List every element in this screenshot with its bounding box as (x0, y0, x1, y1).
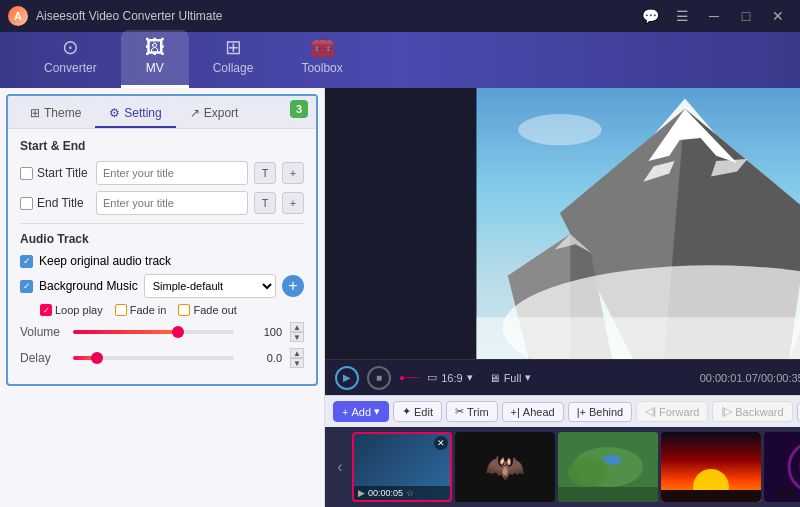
end-title-label[interactable]: End Title (20, 196, 90, 210)
toolbox-icon: 🧰 (310, 35, 335, 59)
main-area: ⊞ Theme ⚙ Setting ↗ Export 3 Start & End (0, 88, 800, 507)
backward-button[interactable]: |▷ Backward (712, 401, 792, 422)
volume-spinner[interactable]: ▲ ▼ (290, 322, 304, 342)
ahead-button[interactable]: +| Ahead (502, 402, 564, 422)
delay-down[interactable]: ▼ (290, 358, 304, 368)
add-icon: + (342, 406, 348, 418)
film-thumb-3[interactable] (558, 432, 658, 502)
maximize-btn[interactable]: □ (732, 6, 760, 26)
screen-mode-selector[interactable]: 🖥 Full ▾ (489, 371, 532, 384)
loop-play-checkbox[interactable] (40, 304, 52, 316)
audio-section: Audio Track Keep original audio track Ba… (20, 232, 304, 368)
forward-icon: ◁| (645, 405, 656, 418)
volume-down[interactable]: ▼ (290, 332, 304, 342)
end-title-input[interactable] (96, 191, 248, 215)
film-time-1: 00:00:05 (368, 488, 403, 498)
end-title-row: End Title T + (20, 191, 304, 215)
close-btn[interactable]: ✕ (764, 6, 792, 26)
behind-button[interactable]: |+ Behind (568, 402, 633, 422)
bg-music-add-btn[interactable]: + (282, 275, 304, 297)
tab-toolbox[interactable]: 🧰 Toolbox (277, 29, 366, 88)
edit-icon: ✦ (402, 405, 411, 418)
add-button[interactable]: + Add ▾ (333, 401, 389, 422)
app-title: Aiseesoft Video Converter Ultimate (36, 9, 636, 23)
svg-rect-21 (558, 487, 658, 502)
volume-thumb[interactable] (172, 326, 184, 338)
filmstrip-prev[interactable]: ‹ (331, 431, 349, 503)
mv-label: MV (146, 61, 164, 75)
fade-out-checkbox[interactable] (178, 304, 190, 316)
audio-track-title: Audio Track (20, 232, 304, 246)
nav-bar: ⊙ Converter 🖼 MV ⊞ Collage 🧰 Toolbox (0, 32, 800, 88)
start-title-add-btn[interactable]: + (282, 162, 304, 184)
end-title-font-btn[interactable]: T (254, 192, 276, 214)
converter-icon: ⊙ (62, 35, 79, 59)
film-close-1[interactable]: ✕ (434, 436, 448, 450)
preview-image (325, 88, 800, 359)
aspect-ratio-selector[interactable]: ▭ 16:9 ▾ (427, 371, 472, 384)
fade-in-label[interactable]: Fade in (115, 304, 167, 316)
aspect-value: 16:9 (441, 372, 462, 384)
start-title-input[interactable] (96, 161, 248, 185)
bg-music-row: Background Music Simple-default + (20, 274, 304, 298)
forward-button[interactable]: ◁| Forward (636, 401, 708, 422)
app-icon: A (8, 6, 28, 26)
bg-music-label: Background Music (39, 279, 138, 293)
trim-button[interactable]: ✂ Trim (446, 401, 498, 422)
bg-music-checkbox[interactable] (20, 280, 33, 293)
keep-original-checkbox[interactable] (20, 255, 33, 268)
fade-in-checkbox[interactable] (115, 304, 127, 316)
start-title-label[interactable]: Start Title (20, 166, 90, 180)
edit-button[interactable]: ✦ Edit (393, 401, 442, 422)
add-dropdown-icon: ▾ (374, 405, 380, 418)
screen-value: Full (504, 372, 522, 384)
tab-mv[interactable]: 🖼 MV (121, 30, 189, 88)
delay-up[interactable]: ▲ (290, 348, 304, 358)
sub-tabs: ⊞ Theme ⚙ Setting ↗ Export 3 (8, 96, 316, 129)
mv-icon: 🖼 (145, 36, 165, 59)
time-current: 00:00:01.07 (700, 372, 758, 384)
film-thumb-2[interactable]: 🦇 (455, 432, 555, 502)
film-thumb-5[interactable] (764, 432, 800, 502)
fade-out-label[interactable]: Fade out (178, 304, 236, 316)
film-thumb-4[interactable] (661, 432, 761, 502)
end-title-checkbox[interactable] (20, 197, 33, 210)
start-title-checkbox[interactable] (20, 167, 33, 180)
stop-button[interactable]: ■ (367, 366, 391, 390)
sub-tab-theme[interactable]: ⊞ Theme (16, 100, 95, 128)
delay-track[interactable] (73, 356, 234, 360)
svg-point-22 (605, 455, 621, 465)
delay-thumb[interactable] (91, 352, 103, 364)
bg-music-select[interactable]: Simple-default (144, 274, 276, 298)
menu-btn[interactable]: ☰ (668, 6, 696, 26)
start-title-font-btn[interactable]: T (254, 162, 276, 184)
end-title-add-btn[interactable]: + (282, 192, 304, 214)
tab-converter[interactable]: ⊙ Converter (20, 29, 121, 88)
delay-spinner[interactable]: ▲ ▼ (290, 348, 304, 368)
left-panel-inner: ⊞ Theme ⚙ Setting ↗ Export 3 Start & End (6, 94, 318, 386)
play-button[interactable]: ▶ (335, 366, 359, 390)
minimize-btn[interactable]: ─ (700, 6, 728, 26)
time-display: 00:00:01.07/00:00:35.00 (700, 372, 800, 384)
volume-track[interactable] (73, 330, 234, 334)
loop-play-label[interactable]: Loop play (40, 304, 103, 316)
backward-icon: |▷ (721, 405, 732, 418)
export-label: Export (204, 106, 239, 120)
msg-btn[interactable]: 💬 (636, 6, 664, 26)
toolbox-label: Toolbox (301, 61, 342, 75)
film-thumb-1[interactable]: ✕ ▶ 00:00:05 ☆ (352, 432, 452, 502)
empty-button[interactable]: 🗑 Empty (797, 402, 800, 422)
delay-label: Delay (20, 351, 65, 365)
tab-collage[interactable]: ⊞ Collage (189, 29, 278, 88)
sub-tab-setting[interactable]: ⚙ Setting (95, 100, 175, 128)
svg-point-19 (568, 457, 608, 487)
preview-area (325, 88, 800, 359)
volume-label: Volume (20, 325, 65, 339)
audio-options-row: Loop play Fade in Fade out (40, 304, 304, 316)
volume-up[interactable]: ▲ (290, 322, 304, 332)
volume-fill (73, 330, 178, 334)
sub-tab-export[interactable]: ↗ Export (176, 100, 253, 128)
ahead-icon: +| (511, 406, 520, 418)
collage-icon: ⊞ (225, 35, 242, 59)
film-overlay-1: ▶ 00:00:05 ☆ (354, 486, 450, 500)
